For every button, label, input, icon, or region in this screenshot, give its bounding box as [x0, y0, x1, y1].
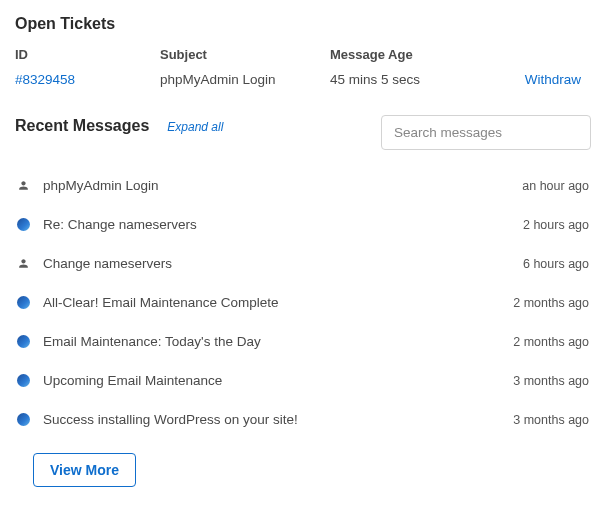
message-age: 2 months ago [513, 296, 589, 310]
message-subject: Change nameservers [41, 256, 523, 271]
ticket-id-link[interactable]: #8329458 [15, 72, 75, 87]
list-item[interactable]: Email Maintenance: Today's the Day2 mont… [15, 322, 591, 361]
globe-icon [17, 413, 41, 426]
search-input[interactable] [381, 115, 591, 150]
message-subject: Re: Change nameservers [41, 217, 523, 232]
tickets-header-row: ID Subject Message Age [15, 47, 591, 62]
globe-icon [17, 335, 41, 348]
withdraw-link[interactable]: Withdraw [525, 72, 581, 87]
ticket-subject: phpMyAdmin Login [160, 72, 330, 87]
list-item[interactable]: Success installing WordPress on your sit… [15, 400, 591, 439]
message-subject: All-Clear! Email Maintenance Complete [41, 295, 513, 310]
message-subject: phpMyAdmin Login [41, 178, 522, 193]
recent-header: Recent Messages Expand all [15, 115, 591, 150]
list-item[interactable]: All-Clear! Email Maintenance Complete2 m… [15, 283, 591, 322]
person-icon [17, 257, 41, 270]
message-subject: Upcoming Email Maintenance [41, 373, 513, 388]
view-more-button[interactable]: View More [33, 453, 136, 487]
open-tickets-table: ID Subject Message Age #8329458 phpMyAdm… [15, 47, 591, 87]
col-header-age: Message Age [330, 47, 520, 62]
globe-icon [17, 296, 41, 309]
message-age: 2 hours ago [523, 218, 589, 232]
message-age: 3 months ago [513, 374, 589, 388]
list-item[interactable]: Upcoming Email Maintenance3 months ago [15, 361, 591, 400]
ticket-age: 45 mins 5 secs [330, 72, 520, 87]
message-subject: Email Maintenance: Today's the Day [41, 334, 513, 349]
list-item[interactable]: Change nameservers6 hours ago [15, 244, 591, 283]
message-subject: Success installing WordPress on your sit… [41, 412, 513, 427]
recent-messages-title: Recent Messages [15, 117, 149, 135]
open-tickets-title: Open Tickets [15, 15, 591, 33]
message-age: 6 hours ago [523, 257, 589, 271]
message-age: an hour ago [522, 179, 589, 193]
globe-icon [17, 218, 41, 231]
globe-icon [17, 374, 41, 387]
message-age: 3 months ago [513, 413, 589, 427]
message-age: 2 months ago [513, 335, 589, 349]
message-list: phpMyAdmin Loginan hour agoRe: Change na… [15, 166, 591, 439]
table-row: #8329458 phpMyAdmin Login 45 mins 5 secs… [15, 72, 591, 87]
col-header-subject: Subject [160, 47, 330, 62]
list-item[interactable]: phpMyAdmin Loginan hour ago [15, 166, 591, 205]
list-item[interactable]: Re: Change nameservers2 hours ago [15, 205, 591, 244]
col-header-id: ID [15, 47, 160, 62]
expand-all-link[interactable]: Expand all [167, 120, 223, 134]
person-icon [17, 179, 41, 192]
